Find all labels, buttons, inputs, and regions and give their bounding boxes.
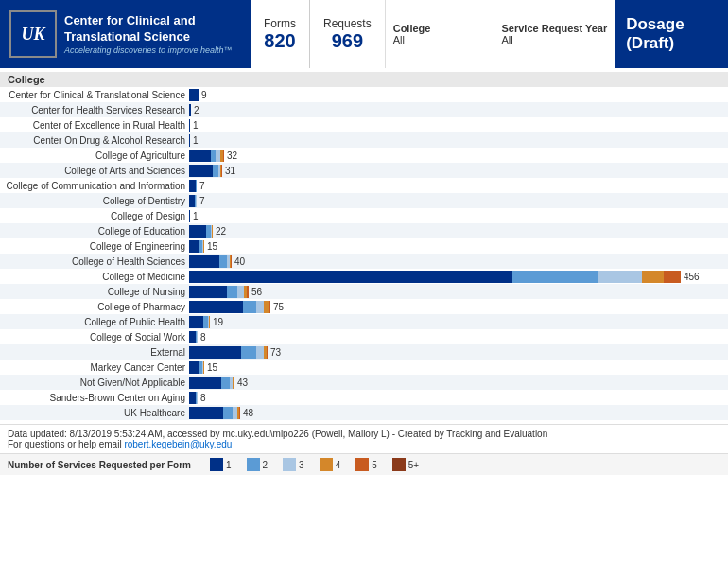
- bar-total-label: 43: [234, 377, 248, 389]
- bar-total-label: 2: [191, 104, 199, 116]
- bar-segment: [189, 180, 196, 192]
- row-label: Sanders-Brown Center on Aging: [0, 393, 189, 403]
- legend-label: 1: [226, 460, 232, 470]
- row-label: College of Engineering: [0, 241, 189, 252]
- bar-segment: [512, 271, 598, 283]
- legend-label: 3: [299, 460, 304, 470]
- table-row: College of Communication and Information…: [0, 178, 728, 193]
- bar-segment: [189, 165, 213, 177]
- bar-total-label: 7: [197, 195, 205, 207]
- row-label: College of Pharmacy: [0, 302, 189, 312]
- bar-area: 8: [189, 391, 728, 404]
- bar-segment: [189, 225, 206, 238]
- bar-area: 40: [189, 255, 728, 268]
- bar-segment: [241, 346, 256, 359]
- legend-swatch: [210, 458, 223, 471]
- bar-area: 32: [189, 149, 728, 162]
- bar-area: 2: [189, 103, 728, 116]
- bar-area: 1: [189, 118, 728, 132]
- legend-item: 5: [355, 458, 377, 471]
- bar-area: 22: [189, 224, 728, 238]
- bar-area: 56: [189, 285, 728, 298]
- bar-total-label: 8: [198, 392, 206, 404]
- bar-total-label: 75: [270, 301, 284, 313]
- college-filter-label: College: [393, 23, 486, 34]
- row-label: College of Medicine: [0, 272, 189, 282]
- chart-title: Dosage (Draft): [626, 15, 719, 53]
- chart-container: College Center for Clinical & Translatio…: [0, 68, 728, 424]
- bar-segment: [189, 240, 199, 253]
- help-email-link[interactable]: robert.kegebein@uky.edu: [124, 439, 232, 449]
- bar-segment: [598, 271, 642, 283]
- table-row: College of Agriculture32: [0, 148, 728, 163]
- legend-label: 2: [263, 460, 269, 470]
- bar-segment: [664, 271, 681, 283]
- bar-segment: [189, 346, 241, 359]
- requests-label: Requests: [323, 17, 372, 30]
- table-row: UK Healthcare48: [0, 405, 728, 420]
- chart-column-header: College: [0, 74, 189, 85]
- bar-area: 15: [189, 239, 728, 253]
- bar-area: 7: [189, 194, 728, 207]
- logo-title-line1: Center for Clinical and: [64, 13, 233, 29]
- legend-items: 123455+: [210, 458, 419, 471]
- row-label: College of Education: [0, 226, 189, 237]
- row-label: College of Public Health: [0, 317, 189, 327]
- logo-section: UK Center for Clinical and Translational…: [0, 0, 251, 68]
- table-row: College of Public Health19: [0, 314, 728, 329]
- table-row: College of Engineering15: [0, 238, 728, 254]
- bar-segment: [256, 346, 264, 359]
- table-row: College of Health Sciences40: [0, 254, 728, 269]
- table-row: College of Nursing56: [0, 284, 728, 299]
- logo-text: Center for Clinical and Translational Sc…: [64, 13, 233, 55]
- legend-item: 4: [320, 458, 341, 471]
- bar-total-label: 19: [210, 316, 223, 328]
- legend-item: 3: [283, 458, 304, 471]
- bar-segment: [256, 301, 264, 313]
- bar-total-label: 15: [204, 240, 217, 253]
- bar-total-label: 48: [240, 407, 253, 419]
- bar-segment: [189, 301, 243, 313]
- bar-segment: [189, 271, 512, 283]
- row-label: College of Dentistry: [0, 196, 189, 206]
- legend-label: 4: [336, 460, 341, 470]
- table-row: College of Pharmacy75: [0, 299, 728, 314]
- row-label: College of Design: [0, 211, 189, 221]
- row-label: College of Social Work: [0, 332, 189, 343]
- legend-item: 2: [247, 458, 269, 471]
- row-label: Markey Cancer Center: [0, 362, 189, 373]
- row-label: Center for Clinical & Translational Scie…: [0, 90, 189, 100]
- bar-area: 456: [189, 270, 728, 283]
- row-label: College of Communication and Information: [0, 181, 189, 191]
- table-row: Center for Clinical & Translational Scie…: [0, 87, 728, 102]
- bar-area: 8: [189, 330, 728, 343]
- college-filter-value: All: [393, 34, 486, 45]
- help-text: For questions or help email: [8, 439, 124, 449]
- bar-area: 1: [189, 133, 728, 147]
- bar-segment: [189, 361, 199, 374]
- bar-total-label: 31: [222, 165, 235, 177]
- bar-total-label: 32: [224, 150, 237, 162]
- bar-area: 31: [189, 164, 728, 177]
- bar-total-label: 1: [190, 119, 199, 132]
- bar-segment: [189, 392, 196, 404]
- service-year-label: Service Request Year: [502, 23, 608, 34]
- bar-segment: [189, 89, 199, 101]
- requests-value: 969: [332, 30, 363, 52]
- legend-item: 5+: [392, 458, 419, 471]
- bar-segment: [189, 255, 219, 268]
- service-year-filter: Service Request Year All: [494, 0, 617, 68]
- bar-total-label: 15: [204, 361, 217, 374]
- row-label: College of Arts and Sciences: [0, 166, 189, 176]
- row-label: College of Agriculture: [0, 150, 189, 161]
- chart-rows: Center for Clinical & Translational Scie…: [0, 87, 728, 420]
- row-label: Not Given/Not Applicable: [0, 378, 189, 388]
- logo-title-line2: Translational Science: [64, 29, 233, 45]
- bar-total-label: 56: [249, 286, 262, 298]
- bar-segment: [189, 407, 223, 419]
- table-row: Center for Health Services Research2: [0, 102, 728, 117]
- forms-stat: Forms 820: [251, 0, 310, 68]
- bar-area: 73: [189, 345, 728, 359]
- table-row: College of Social Work8: [0, 329, 728, 344]
- bar-segment: [189, 150, 211, 162]
